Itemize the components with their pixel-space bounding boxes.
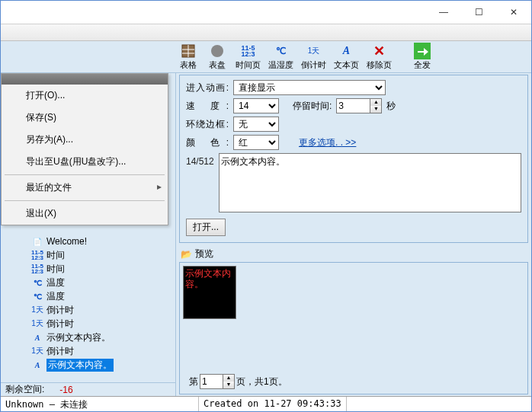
enter-anim-label: 进入动画: <box>186 81 229 94</box>
page-suffix: 页，共1页。 <box>236 375 287 388</box>
time-icon: 11-5 12:3 <box>241 43 255 59</box>
toolbar: 表格 表盘 11-5 12:3 时间页 ℃ 温湿度 1天 倒计时 A 文本页 ✕… <box>1 41 531 73</box>
toolbar-dial[interactable]: 表盘 <box>205 43 229 71</box>
enter-anim-select[interactable]: 直接显示 <box>233 80 386 95</box>
border-label: 环绕边框: <box>186 118 229 131</box>
statusbar: Unknown — 未连接 Created on 11-27 09:43:33 <box>1 396 531 411</box>
tree-item[interactable]: 📄Welcome! <box>4 235 175 248</box>
dial-icon <box>210 43 225 59</box>
status-created: Created on 11-27 09:43:33 <box>199 397 347 411</box>
svg-point-4 <box>211 45 223 57</box>
tree-item[interactable]: A示例文本内容。 <box>4 358 175 372</box>
toolbar-label: 时间页 <box>236 59 261 71</box>
spin-up-icon[interactable]: ▲ <box>223 375 234 382</box>
toolbar-label: 文本页 <box>334 59 359 71</box>
menu-saveas[interactable]: 另存为(A)... <box>2 129 168 151</box>
tree-item-label: Welcome! <box>46 236 87 247</box>
menubar <box>1 24 531 41</box>
tree-item[interactable]: 1天倒计时 <box>4 303 175 317</box>
spin-up-icon[interactable]: ▲ <box>370 99 381 106</box>
menu-grip <box>2 74 168 85</box>
toolbar-timepage[interactable]: 11-5 12:3 时间页 <box>234 43 262 71</box>
color-label: 颜 色: <box>186 136 229 149</box>
tree-item[interactable]: 11-5 12:3时间 <box>4 262 175 276</box>
tree-item[interactable]: 11-5 12:3时间 <box>4 248 175 262</box>
stay-input[interactable] <box>336 98 370 113</box>
left-panel: 打开(O)... 保存(S) 另存为(A)... 导出至U盘(用U盘改字)...… <box>1 73 176 396</box>
open-file-button[interactable]: 打开... <box>186 219 226 236</box>
chevron-right-icon: ▸ <box>157 181 162 192</box>
toolbar-sendall[interactable]: 全发 <box>410 43 434 71</box>
toolbar-removepage[interactable]: ✕ 移除页 <box>365 43 393 71</box>
text-icon: A <box>343 43 350 59</box>
countdown-icon: 1天 <box>31 318 43 329</box>
menu-separator <box>5 174 165 175</box>
folder-icon: 📂 <box>181 249 192 260</box>
status-connection: Unknown — 未连接 <box>1 397 199 411</box>
tree-item[interactable]: 1天倒计时 <box>4 317 175 331</box>
toolbar-label: 倒计时 <box>301 59 326 71</box>
close-button[interactable]: ✕ <box>496 1 531 24</box>
toolbar-label: 温湿度 <box>268 59 293 71</box>
doc-icon: 📄 <box>31 238 43 246</box>
time-icon: 11-5 12:3 <box>31 250 43 260</box>
countdown-icon: 1天 <box>31 305 43 315</box>
text-icon: A <box>31 334 43 342</box>
remaining-value: -16 <box>59 385 72 395</box>
tree-item-label: 温度 <box>46 290 65 303</box>
content-textarea[interactable]: 示例文本内容。 <box>219 153 521 212</box>
menu-export[interactable]: 导出至U盘(用U盘改字)... <box>2 151 168 173</box>
countdown-icon: 1天 <box>308 43 320 59</box>
temp-icon: ℃ <box>31 279 43 287</box>
temp-icon: ℃ <box>276 43 286 59</box>
preview-label: 预览 <box>195 248 213 260</box>
file-menu: 打开(O)... 保存(S) 另存为(A)... 导出至U盘(用U盘改字)...… <box>1 73 168 225</box>
speed-select[interactable]: 14 <box>233 98 279 113</box>
more-options-link[interactable]: 更多选项. . >> <box>299 136 356 149</box>
remaining-space: 剩余空间: -16 <box>1 382 175 396</box>
tree-item[interactable]: ℃温度 <box>4 276 175 289</box>
tree-item-label: 时间 <box>46 249 65 262</box>
properties-box: 进入动画: 直接显示 速 度: 14 停留时间: ▲▼ 秒 环绕边框: 无 <box>179 75 528 243</box>
tree-item[interactable]: ℃温度 <box>4 289 175 303</box>
menu-save[interactable]: 保存(S) <box>2 107 168 129</box>
toolbar-label: 表格 <box>180 59 197 71</box>
stay-spinner[interactable]: ▲▼ <box>336 98 382 113</box>
stay-unit: 秒 <box>386 100 396 113</box>
border-select[interactable]: 无 <box>233 117 279 132</box>
char-counter: 14/512 <box>186 156 214 167</box>
tree-item[interactable]: A示例文本内容。 <box>4 331 175 344</box>
spin-down-icon[interactable]: ▼ <box>223 382 234 388</box>
countdown-icon: 1天 <box>31 346 43 356</box>
color-select[interactable]: 红 <box>233 135 279 150</box>
page-spinner[interactable]: ▲▼ <box>200 374 235 389</box>
text-icon: A <box>31 361 43 369</box>
led-preview: 示例文本内容。 <box>183 266 236 319</box>
tree-item[interactable]: 1天倒计时 <box>4 344 175 358</box>
tree-item-label: 倒计时 <box>46 304 74 317</box>
menu-exit[interactable]: 退出(X) <box>2 203 168 225</box>
minimize-button[interactable]: — <box>426 1 461 24</box>
remaining-label: 剩余空间: <box>5 383 44 396</box>
tree-item-label: 时间 <box>46 263 65 276</box>
time-icon: 11-5 12:3 <box>31 263 43 274</box>
spin-down-icon[interactable]: ▼ <box>370 106 381 113</box>
page-prefix: 第 <box>189 375 198 388</box>
temp-icon: ℃ <box>31 292 43 301</box>
page-input[interactable] <box>200 374 223 389</box>
toolbar-label: 全发 <box>414 59 431 71</box>
toolbar-table[interactable]: 表格 <box>176 43 200 71</box>
toolbar-textpage[interactable]: A 文本页 <box>332 43 361 71</box>
delete-icon: ✕ <box>373 43 385 59</box>
maximize-button[interactable]: ☐ <box>461 1 496 24</box>
toolbar-temphum[interactable]: ℃ 温湿度 <box>267 43 295 71</box>
preview-box: 示例文本内容。 第 ▲▼ 页，共1页。 <box>179 262 528 394</box>
speed-label: 速 度: <box>186 100 229 113</box>
preview-header: 📂 预览 <box>181 248 527 260</box>
tree-item-label: 倒计时 <box>46 345 74 358</box>
stay-label: 停留时间: <box>293 100 332 113</box>
toolbar-countdown[interactable]: 1天 倒计时 <box>300 43 328 71</box>
menu-open[interactable]: 打开(O)... <box>2 85 168 107</box>
menu-recent[interactable]: 最近的文件▸ <box>2 177 168 199</box>
toolbar-label: 移除页 <box>367 59 392 71</box>
